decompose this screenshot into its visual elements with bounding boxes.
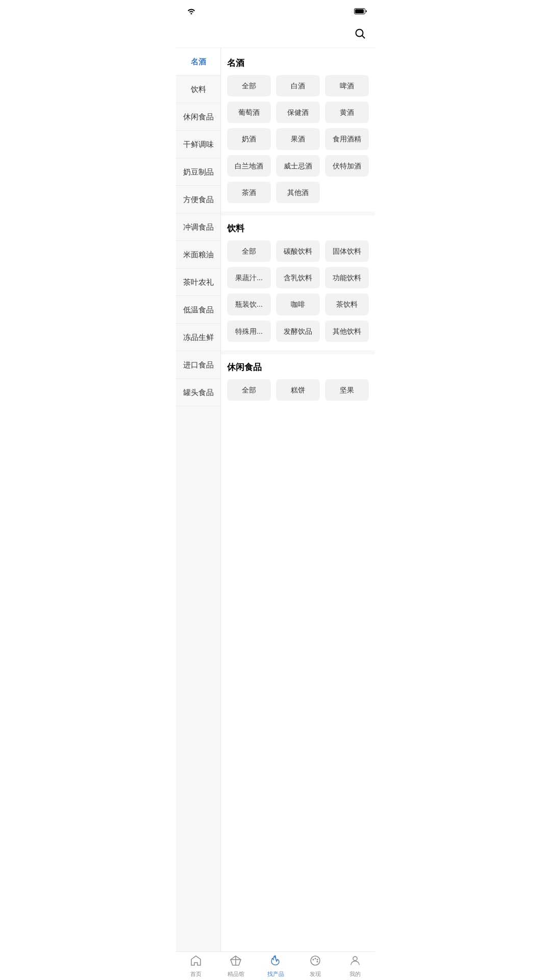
tab-item-home[interactable]: 首页 (176, 952, 216, 980)
tag-btn-碳酸饮料[interactable]: 碳酸饮料 (276, 240, 320, 262)
tab-label-home: 首页 (190, 970, 202, 978)
tag-btn-发酵饮品[interactable]: 发酵饮品 (276, 321, 320, 342)
svg-point-6 (311, 956, 320, 965)
tab-item-discover[interactable]: 发现 (295, 952, 335, 980)
tag-btn-茶饮料[interactable]: 茶饮料 (325, 293, 369, 315)
section-title-yinLiao: 饮料 (227, 223, 369, 234)
tag-btn-伏特加酒[interactable]: 伏特加酒 (325, 155, 369, 177)
sidebar-item-ganXian[interactable]: 干鲜调味 (176, 131, 220, 158)
battery-icon (354, 7, 367, 16)
tab-label-mine: 我的 (349, 970, 361, 978)
tag-btn-特殊用...[interactable]: 特殊用... (227, 321, 271, 342)
section-divider-2 (221, 350, 375, 354)
status-bar (176, 0, 375, 22)
sidebar-item-yinLiao[interactable]: 饮料 (176, 76, 220, 103)
sidebar-item-chongDiao[interactable]: 冲调食品 (176, 213, 220, 241)
status-left (184, 7, 195, 16)
tags-grid-xiuXian: 全部糕饼坚果 (227, 379, 369, 401)
header (176, 22, 375, 48)
tab-item-premium[interactable]: 精品馆 (216, 952, 256, 980)
sidebar-item-chaYe[interactable]: 茶叶农礼 (176, 268, 220, 296)
tag-btn-葡萄酒[interactable]: 葡萄酒 (227, 102, 271, 123)
diamond-icon (230, 954, 242, 969)
tag-btn-固体饮料[interactable]: 固体饮料 (325, 240, 369, 262)
tag-btn-奶酒[interactable]: 奶酒 (227, 128, 271, 150)
tag-btn-白兰地酒[interactable]: 白兰地酒 (227, 155, 271, 177)
person-icon (349, 954, 361, 969)
sidebar-item-naiDou[interactable]: 奶豆制品 (176, 158, 220, 186)
tag-btn-果酒[interactable]: 果酒 (276, 128, 320, 150)
tag-btn-果蔬汁...[interactable]: 果蔬汁... (227, 267, 271, 288)
tags-grid-yinLiao: 全部碳酸饮料固体饮料果蔬汁...含乳饮料功能饮料瓶装饮...咖啡茶饮料特殊用..… (227, 240, 369, 342)
tag-btn-糕饼[interactable]: 糕饼 (276, 379, 320, 401)
sidebar-item-miMian[interactable]: 米面粮油 (176, 241, 220, 268)
tag-btn-食用酒精[interactable]: 食用酒精 (325, 128, 369, 150)
content-area: 名酒全部白酒啤酒葡萄酒保健酒黄酒奶酒果酒食用酒精白兰地酒威士忌酒伏特加酒茶酒其他… (221, 48, 375, 951)
tag-btn-威士忌酒[interactable]: 威士忌酒 (276, 155, 320, 177)
svg-point-9 (317, 959, 318, 960)
tag-btn-其他饮料[interactable]: 其他饮料 (325, 321, 369, 342)
home-icon (190, 954, 202, 969)
section-divider-1 (221, 211, 375, 215)
tag-btn-啤酒[interactable]: 啤酒 (325, 75, 369, 96)
svg-point-7 (313, 959, 314, 960)
tab-label-find-product: 找产品 (267, 970, 284, 978)
tab-bar: 首页精品馆找产品发现我的 (176, 951, 375, 980)
tag-btn-全部[interactable]: 全部 (227, 379, 271, 401)
sidebar-item-diWen[interactable]: 低温食品 (176, 296, 220, 324)
search-icon[interactable] (355, 28, 366, 42)
section-title-mingJiu: 名酒 (227, 57, 369, 69)
tab-item-find-product[interactable]: 找产品 (256, 952, 295, 980)
tag-btn-咖啡[interactable]: 咖啡 (276, 293, 320, 315)
tag-btn-白酒[interactable]: 白酒 (276, 75, 320, 96)
tag-btn-其他酒[interactable]: 其他酒 (276, 182, 320, 203)
tag-btn-全部[interactable]: 全部 (227, 75, 271, 96)
tags-grid-mingJiu: 全部白酒啤酒葡萄酒保健酒黄酒奶酒果酒食用酒精白兰地酒威士忌酒伏特加酒茶酒其他酒 (227, 75, 369, 203)
svg-point-11 (353, 957, 357, 961)
tab-item-mine[interactable]: 我的 (335, 952, 375, 980)
sidebar-item-jinKou[interactable]: 进口食品 (176, 351, 220, 379)
tag-btn-功能饮料[interactable]: 功能饮料 (325, 267, 369, 288)
svg-rect-1 (355, 9, 364, 13)
wifi-icon (187, 7, 195, 16)
tag-btn-黄酒[interactable]: 黄酒 (325, 102, 369, 123)
main-container: 名酒饮料休闲食品干鲜调味奶豆制品方便食品冲调食品米面粮油茶叶农礼低温食品冻品生鲜… (176, 48, 375, 951)
palette-icon (309, 954, 321, 969)
tag-btn-坚果[interactable]: 坚果 (325, 379, 369, 401)
tab-label-discover: 发现 (310, 970, 321, 978)
sidebar-item-xiuXian[interactable]: 休闲食品 (176, 103, 220, 131)
sidebar-item-mingJiu[interactable]: 名酒 (176, 48, 220, 76)
status-right (354, 7, 367, 16)
tag-btn-全部[interactable]: 全部 (227, 240, 271, 262)
svg-point-8 (315, 958, 316, 959)
fire-icon (269, 954, 282, 969)
tag-btn-茶酒[interactable]: 茶酒 (227, 182, 271, 203)
tag-btn-瓶装饮...[interactable]: 瓶装饮... (227, 293, 271, 315)
sidebar-item-dongPin[interactable]: 冻品生鲜 (176, 324, 220, 351)
sidebar: 名酒饮料休闲食品干鲜调味奶豆制品方便食品冲调食品米面粮油茶叶农礼低温食品冻品生鲜… (176, 48, 221, 951)
sidebar-item-fangBian[interactable]: 方便食品 (176, 186, 220, 213)
tab-label-premium: 精品馆 (228, 970, 244, 978)
tag-btn-含乳饮料[interactable]: 含乳饮料 (276, 267, 320, 288)
tag-btn-保健酒[interactable]: 保健酒 (276, 102, 320, 123)
sidebar-item-guanTou[interactable]: 罐头食品 (176, 379, 220, 406)
svg-point-10 (317, 961, 318, 962)
section-title-xiuXian: 休闲食品 (227, 361, 369, 373)
